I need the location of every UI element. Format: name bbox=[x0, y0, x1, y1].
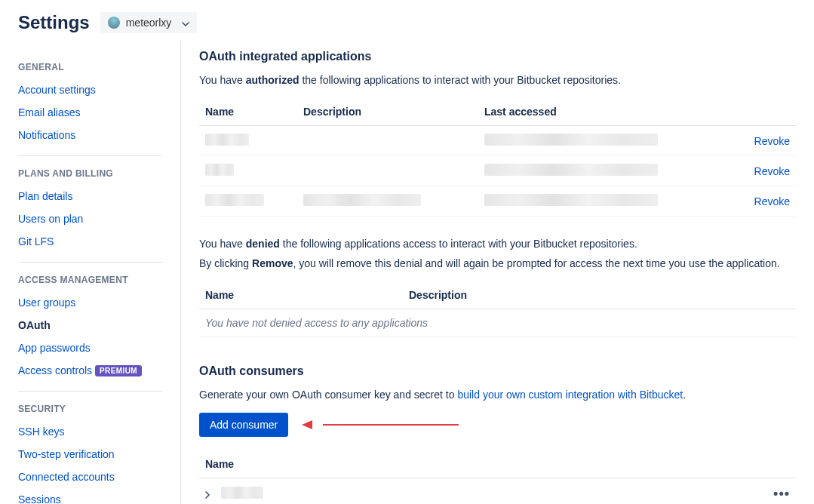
sidebar-item-oauth[interactable]: OAuth bbox=[18, 314, 162, 337]
consumer-name-redacted bbox=[221, 487, 263, 499]
table-row: Revoke bbox=[199, 186, 796, 217]
col-last-accessed: Last accessed bbox=[478, 98, 736, 126]
build-integration-link[interactable]: build your own custom integration with B… bbox=[457, 389, 683, 401]
oauth-consumers-title: OAuth consumers bbox=[199, 364, 796, 378]
consumers-intro: Generate your own OAuth consumer key and… bbox=[199, 389, 796, 401]
table-row: Revoke bbox=[199, 126, 796, 156]
sidebar-group-label: ACCESS MANAGEMENT bbox=[18, 275, 162, 285]
denied-empty-row: You have not denied access to any applic… bbox=[199, 309, 796, 337]
redacted-name bbox=[205, 194, 264, 206]
redacted-name bbox=[205, 164, 234, 176]
revoke-link[interactable]: Revoke bbox=[754, 165, 790, 177]
sidebar: GENERALAccount settingsEmail aliasesNoti… bbox=[0, 41, 181, 504]
workspace-name: meteorlxy bbox=[126, 17, 172, 29]
denied-remove-hint: By clicking Remove, you will remove this… bbox=[199, 257, 796, 269]
sidebar-item-account-settings[interactable]: Account settings bbox=[18, 78, 162, 101]
consumer-row: ••• bbox=[199, 478, 796, 505]
redacted-last-accessed bbox=[484, 164, 658, 176]
premium-badge: PREMIUM bbox=[95, 365, 142, 376]
consumer-actions-menu[interactable]: ••• bbox=[758, 478, 796, 505]
sidebar-item-sessions[interactable]: Sessions bbox=[18, 488, 162, 504]
sidebar-item-two-step-verification[interactable]: Two-step verification bbox=[18, 443, 162, 466]
denied-apps-table: Name Description You have not denied acc… bbox=[199, 281, 796, 337]
consumers-table: Name ••• bbox=[199, 450, 796, 504]
sidebar-group-label: PLANS AND BILLING bbox=[18, 168, 162, 179]
sidebar-item-users-on-plan[interactable]: Users on plan bbox=[18, 207, 162, 230]
oauth-integrated-title: OAuth integrated applications bbox=[199, 50, 796, 63]
callout-arrow-icon bbox=[302, 420, 312, 429]
callout-arrow-line bbox=[323, 424, 459, 426]
sidebar-item-user-groups[interactable]: User groups bbox=[18, 291, 162, 314]
avatar bbox=[108, 17, 120, 29]
workspace-switcher[interactable]: meteorlxy bbox=[100, 12, 198, 33]
sidebar-item-git-lfs[interactable]: Git LFS bbox=[18, 230, 162, 253]
add-consumer-button[interactable]: Add consumer bbox=[199, 413, 288, 437]
sidebar-item-connected-accounts[interactable]: Connected accounts bbox=[18, 466, 162, 488]
redacted-last-accessed bbox=[484, 194, 658, 206]
sidebar-item-access-controls[interactable]: Access controlsPREMIUM bbox=[18, 359, 162, 382]
authorized-intro: You have authorized the following applic… bbox=[199, 74, 796, 86]
chevron-down-icon bbox=[182, 17, 189, 29]
redacted-desc bbox=[303, 194, 421, 206]
page-title: Settings bbox=[18, 12, 90, 33]
sidebar-item-app-passwords[interactable]: App passwords bbox=[18, 337, 162, 359]
revoke-link[interactable]: Revoke bbox=[754, 195, 790, 207]
col-description: Description bbox=[403, 281, 796, 309]
col-name: Name bbox=[199, 450, 758, 478]
expand-toggle-icon[interactable] bbox=[205, 491, 210, 500]
col-description: Description bbox=[297, 98, 478, 126]
redacted-last-accessed bbox=[484, 134, 658, 146]
sidebar-group-label: GENERAL bbox=[18, 62, 162, 72]
sidebar-group-label: SECURITY bbox=[18, 404, 162, 414]
col-name: Name bbox=[199, 98, 297, 126]
col-action bbox=[736, 98, 796, 126]
sidebar-item-ssh-keys[interactable]: SSH keys bbox=[18, 420, 162, 443]
redacted-name bbox=[205, 134, 249, 146]
col-name: Name bbox=[199, 281, 403, 309]
sidebar-item-plan-details[interactable]: Plan details bbox=[18, 185, 162, 207]
authorized-apps-table: Name Description Last accessed RevokeRev… bbox=[199, 98, 796, 217]
sidebar-item-email-aliases[interactable]: Email aliases bbox=[18, 101, 162, 124]
sidebar-item-notifications[interactable]: Notifications bbox=[18, 124, 162, 146]
main-content: OAuth integrated applications You have a… bbox=[181, 41, 814, 504]
table-row: Revoke bbox=[199, 156, 796, 186]
revoke-link[interactable]: Revoke bbox=[754, 135, 790, 147]
denied-intro: You have denied the following applicatio… bbox=[199, 238, 796, 250]
